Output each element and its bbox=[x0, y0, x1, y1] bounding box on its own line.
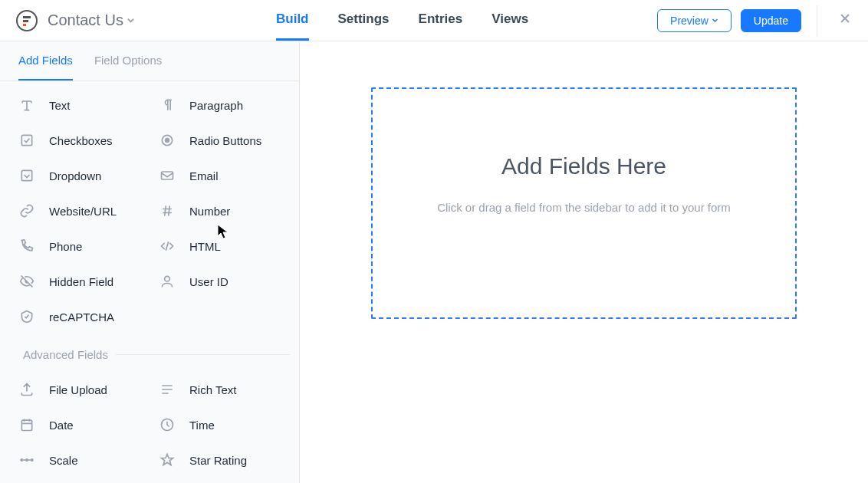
field-item-phone[interactable]: Phone bbox=[9, 228, 150, 264]
svg-rect-10 bbox=[21, 420, 31, 430]
main-area: Add Fields Field Options TextParagraphCh… bbox=[0, 41, 868, 483]
main-tabs: Build Settings Entries Views bbox=[276, 0, 528, 41]
update-button-label: Update bbox=[754, 15, 788, 27]
rich-text-icon bbox=[159, 381, 176, 398]
field-item-recaptcha[interactable]: reCAPTCHA bbox=[9, 299, 150, 334]
advanced-fields-heading-label: Advanced Fields bbox=[23, 348, 108, 361]
update-button[interactable]: Update bbox=[741, 9, 801, 32]
field-item-label: Scale bbox=[49, 454, 78, 467]
field-item-date[interactable]: Date bbox=[9, 407, 150, 442]
header-actions: Preview Update bbox=[657, 0, 868, 41]
url-icon bbox=[18, 202, 35, 219]
dropdown-icon bbox=[18, 167, 35, 184]
field-item-label: Star Rating bbox=[189, 454, 247, 467]
field-item-text[interactable]: Text bbox=[9, 87, 150, 123]
svg-rect-2 bbox=[23, 20, 28, 22]
field-item-label: Rich Text bbox=[189, 383, 236, 396]
sidebar-tab-add-fields-label: Add Fields bbox=[18, 54, 73, 67]
dropzone[interactable]: Add Fields Here Click or drag a field fr… bbox=[371, 87, 797, 319]
form-canvas: Add Fields Here Click or drag a field fr… bbox=[300, 41, 868, 483]
close-button[interactable] bbox=[833, 9, 857, 31]
checkboxes-icon bbox=[18, 132, 35, 149]
upload-icon bbox=[18, 381, 35, 398]
sidebar-tabs: Add Fields Field Options bbox=[0, 41, 299, 81]
field-item-label: Phone bbox=[49, 240, 82, 253]
field-item-label: Dropdown bbox=[49, 169, 101, 182]
phone-icon bbox=[18, 238, 35, 255]
field-item-label: reCAPTCHA bbox=[49, 310, 114, 324]
page-title-dropdown[interactable]: Contact Us bbox=[48, 12, 135, 29]
svg-rect-1 bbox=[23, 16, 31, 18]
field-item-label: User ID bbox=[189, 275, 229, 288]
field-item-label: Text bbox=[49, 99, 71, 112]
field-item-label: Paragraph bbox=[189, 99, 243, 112]
field-item-label: HTML bbox=[189, 240, 221, 253]
email-icon bbox=[159, 167, 176, 184]
svg-point-14 bbox=[31, 458, 33, 461]
tab-entries-label: Entries bbox=[419, 12, 463, 27]
number-icon bbox=[159, 202, 176, 219]
sidebar-tab-field-options-label: Field Options bbox=[94, 54, 162, 67]
field-item-file-upload[interactable]: File Upload bbox=[9, 372, 150, 407]
field-item-checkboxes[interactable]: Checkboxes bbox=[9, 123, 150, 158]
top-bar: Contact Us Build Settings Entries Views … bbox=[0, 0, 868, 41]
field-item-label: Website/URL bbox=[49, 205, 117, 218]
recaptcha-icon bbox=[18, 308, 35, 325]
svg-rect-8 bbox=[162, 172, 173, 179]
svg-point-12 bbox=[21, 458, 23, 461]
tab-settings[interactable]: Settings bbox=[338, 0, 390, 41]
svg-point-13 bbox=[25, 458, 28, 461]
radio-icon bbox=[159, 132, 176, 149]
app-logo-icon bbox=[15, 9, 38, 32]
field-item-html[interactable]: HTML bbox=[150, 228, 290, 264]
sidebar-tab-add-fields[interactable]: Add Fields bbox=[18, 54, 73, 80]
field-item-radio-buttons[interactable]: Radio Buttons bbox=[150, 123, 290, 158]
html-icon bbox=[159, 238, 176, 255]
field-item-dropdown[interactable]: Dropdown bbox=[9, 158, 150, 193]
tab-settings-label: Settings bbox=[338, 12, 390, 27]
svg-rect-7 bbox=[21, 170, 31, 180]
divider bbox=[116, 354, 290, 355]
field-item-label: Date bbox=[49, 419, 74, 432]
field-item-star-rating[interactable]: Star Rating bbox=[150, 442, 290, 478]
user-icon bbox=[159, 273, 176, 290]
chevron-down-icon bbox=[712, 17, 718, 24]
advanced-fields-heading: Advanced Fields bbox=[0, 337, 299, 366]
svg-point-6 bbox=[165, 138, 169, 143]
tab-entries[interactable]: Entries bbox=[419, 0, 463, 41]
field-item-rich-text[interactable]: Rich Text bbox=[150, 372, 290, 407]
divider bbox=[817, 5, 817, 36]
field-item-label: Hidden Field bbox=[49, 275, 113, 288]
field-item-user-id[interactable]: User ID bbox=[150, 264, 290, 299]
preview-button[interactable]: Preview bbox=[657, 9, 732, 32]
svg-point-9 bbox=[165, 276, 170, 281]
preview-button-label: Preview bbox=[670, 15, 709, 27]
field-item-time[interactable]: Time bbox=[150, 407, 290, 442]
text-icon bbox=[18, 97, 35, 113]
advanced-fields-grid: File UploadRich TextDateTimeScaleStar Ra… bbox=[0, 366, 299, 478]
field-item-email[interactable]: Email bbox=[150, 158, 290, 193]
sidebar-tab-field-options[interactable]: Field Options bbox=[94, 54, 162, 80]
sidebar: Add Fields Field Options TextParagraphCh… bbox=[0, 41, 300, 483]
field-scroll[interactable]: TextParagraphCheckboxesRadio ButtonsDrop… bbox=[0, 81, 299, 483]
page-title-text: Contact Us bbox=[48, 12, 123, 29]
field-item-label: File Upload bbox=[49, 383, 107, 396]
field-item-scale[interactable]: Scale bbox=[9, 442, 150, 478]
basic-fields-grid: TextParagraphCheckboxesRadio ButtonsDrop… bbox=[0, 81, 299, 334]
field-item-label: Email bbox=[189, 169, 219, 182]
tab-views-label: Views bbox=[492, 12, 528, 27]
field-item-label: Radio Buttons bbox=[189, 134, 261, 147]
date-icon bbox=[18, 416, 35, 433]
field-item-label: Checkboxes bbox=[49, 134, 113, 147]
field-item-number[interactable]: Number bbox=[150, 193, 290, 228]
field-item-hidden-field[interactable]: Hidden Field bbox=[9, 264, 150, 299]
tab-build-label: Build bbox=[276, 12, 309, 27]
field-item-paragraph[interactable]: Paragraph bbox=[150, 87, 290, 123]
time-icon bbox=[159, 416, 176, 433]
tab-views[interactable]: Views bbox=[492, 0, 528, 41]
dropzone-title: Add Fields Here bbox=[373, 153, 795, 179]
svg-rect-3 bbox=[23, 24, 26, 26]
tab-build[interactable]: Build bbox=[276, 0, 309, 41]
field-item-website-url[interactable]: Website/URL bbox=[9, 193, 150, 228]
field-item-label: Time bbox=[189, 419, 215, 432]
